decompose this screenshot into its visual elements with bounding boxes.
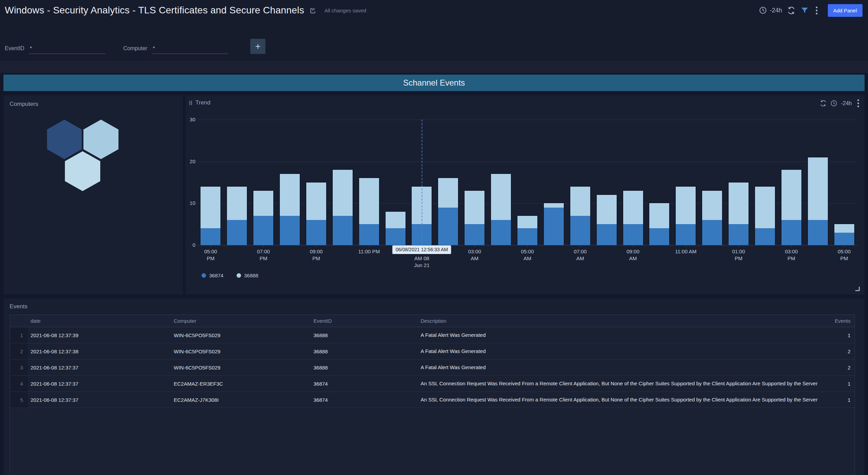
- bar-segment-36874[interactable]: [333, 216, 353, 245]
- legend-item-36874[interactable]: 36874: [202, 273, 224, 278]
- bar-segment-36888[interactable]: [333, 170, 353, 216]
- bar-segment-36888[interactable]: [834, 224, 854, 232]
- share-icon[interactable]: [309, 7, 317, 14]
- bar-segment-36874[interactable]: [253, 216, 273, 245]
- bar-segment-36888[interactable]: [438, 178, 458, 207]
- bar-segment-36874[interactable]: [597, 224, 617, 245]
- bar-segment-36888[interactable]: [676, 187, 696, 224]
- bar-segment-36874[interactable]: [306, 220, 326, 245]
- bar-segment-36888[interactable]: [386, 212, 406, 229]
- stacked-bar[interactable]: [596, 194, 617, 245]
- bar-segment-36888[interactable]: [623, 191, 643, 224]
- bar-segment-36874[interactable]: [623, 224, 643, 245]
- bar-segment-36874[interactable]: [676, 224, 696, 245]
- bar-segment-36874[interactable]: [781, 220, 801, 245]
- bar-segment-36888[interactable]: [491, 174, 511, 220]
- bar-segment-36888[interactable]: [306, 183, 326, 220]
- panel-clock-icon[interactable]: [830, 100, 837, 107]
- stacked-bar[interactable]: [570, 186, 591, 245]
- bar-segment-36874[interactable]: [702, 220, 722, 245]
- bar-segment-36888[interactable]: [649, 203, 669, 228]
- filter-icon[interactable]: [800, 6, 809, 15]
- stacked-bar[interactable]: [517, 215, 538, 245]
- bar-segment-36874[interactable]: [755, 228, 775, 245]
- bar-segment-36874[interactable]: [386, 228, 406, 245]
- table-row[interactable]: 52021-06-08 12:37:37EC2AMAZ-J7K308I36874…: [10, 392, 855, 408]
- bar-segment-36874[interactable]: [465, 224, 484, 245]
- bar-segment-36888[interactable]: [781, 170, 801, 220]
- eventid-filter-input[interactable]: [29, 45, 105, 54]
- bar-segment-36874[interactable]: [201, 228, 220, 245]
- stacked-bar[interactable]: [701, 190, 723, 245]
- bar-segment-36888[interactable]: [359, 178, 379, 224]
- table-row[interactable]: 12021-06-08 12:37:39WIN-6C5PO5FS02936888…: [10, 327, 855, 343]
- trend-chart[interactable]: 010203005:00PM07:00PM09:00PM11:00 PM01:0…: [197, 120, 857, 245]
- bar-segment-36888[interactable]: [755, 187, 775, 229]
- bar-segment-36874[interactable]: [517, 228, 537, 245]
- x-axis-label-line: AM: [502, 255, 553, 262]
- bar-segment-36874[interactable]: [544, 208, 564, 245]
- table-row[interactable]: 42021-06-08 12:37:37EC2AMAZ-ER3EF3C36874…: [10, 376, 855, 392]
- stacked-bar[interactable]: [675, 186, 696, 245]
- stacked-bar[interactable]: [543, 202, 564, 245]
- stacked-bar[interactable]: [623, 190, 644, 245]
- x-axis-label-line: 03:00: [449, 248, 500, 255]
- bar-segment-36874[interactable]: [359, 224, 379, 245]
- stacked-bar[interactable]: [754, 186, 776, 245]
- bar-segment-36888[interactable]: [201, 187, 220, 229]
- add-panel-button[interactable]: Add Panel: [828, 4, 863, 17]
- stacked-bar[interactable]: [385, 211, 406, 245]
- panel-refresh-icon[interactable]: [820, 100, 827, 107]
- bar-segment-36888[interactable]: [597, 195, 617, 224]
- stacked-bar[interactable]: [834, 223, 855, 245]
- stacked-bar[interactable]: [358, 177, 380, 245]
- stacked-bar[interactable]: [332, 169, 353, 245]
- bar-segment-36888[interactable]: [570, 187, 590, 216]
- computer-hex-2[interactable]: [83, 120, 118, 159]
- panel-kebab-menu-icon[interactable]: [855, 99, 861, 108]
- stacked-bar[interactable]: [200, 186, 221, 245]
- kebab-menu-icon[interactable]: [814, 6, 820, 15]
- table-row[interactable]: 32021-06-08 12:37:37WIN-6C5PO5FS02936888…: [10, 360, 855, 376]
- stacked-bar[interactable]: [464, 190, 485, 245]
- bar-segment-36874[interactable]: [834, 233, 854, 245]
- bar-segment-36874[interactable]: [729, 224, 749, 245]
- refresh-icon[interactable]: [787, 6, 796, 15]
- bar-segment-36888[interactable]: [729, 183, 749, 224]
- drag-handle-icon[interactable]: [190, 101, 192, 105]
- bar-segment-36874[interactable]: [570, 216, 590, 245]
- bar-segment-36888[interactable]: [544, 203, 564, 207]
- bar-segment-36874[interactable]: [808, 220, 828, 245]
- panel-time-range-label[interactable]: -24h: [841, 100, 852, 107]
- stacked-bar[interactable]: [649, 202, 670, 245]
- stacked-bar[interactable]: [807, 157, 829, 245]
- stacked-bar[interactable]: [728, 182, 749, 245]
- bar-segment-36874[interactable]: [280, 216, 300, 245]
- stacked-bar[interactable]: [781, 169, 802, 245]
- bar-segment-36874[interactable]: [649, 228, 669, 245]
- bar-segment-36888[interactable]: [280, 174, 300, 216]
- bar-segment-36874[interactable]: [438, 208, 458, 245]
- computer-filter-input[interactable]: [152, 45, 228, 54]
- bar-segment-36874[interactable]: [491, 220, 511, 245]
- table-row[interactable]: 22021-06-08 12:37:38WIN-6C5PO5FS02936888…: [10, 343, 855, 360]
- computer-hex-3[interactable]: [65, 151, 100, 191]
- add-filter-button[interactable]: +: [250, 39, 265, 54]
- stacked-bar[interactable]: [306, 182, 327, 245]
- bar-segment-36888[interactable]: [808, 157, 828, 220]
- stacked-bar[interactable]: [279, 173, 300, 245]
- legend-item-36888[interactable]: 36888: [237, 273, 259, 278]
- bar-segment-36888[interactable]: [465, 191, 484, 224]
- bar-segment-36888[interactable]: [517, 216, 537, 229]
- dashboard-time-range[interactable]: -24h: [759, 6, 782, 14]
- stacked-bar[interactable]: [226, 186, 248, 245]
- stacked-bar[interactable]: [253, 190, 274, 245]
- stacked-bar[interactable]: [437, 177, 459, 245]
- bar-segment-36888[interactable]: [253, 191, 273, 216]
- stacked-bar[interactable]: [490, 173, 512, 245]
- bar-segment-36874[interactable]: [227, 220, 247, 245]
- bar-segment-36888[interactable]: [227, 187, 247, 220]
- bar-segment-36888[interactable]: [702, 191, 722, 220]
- panel-resize-handle[interactable]: [855, 287, 860, 291]
- computer-hex-1[interactable]: [47, 120, 82, 159]
